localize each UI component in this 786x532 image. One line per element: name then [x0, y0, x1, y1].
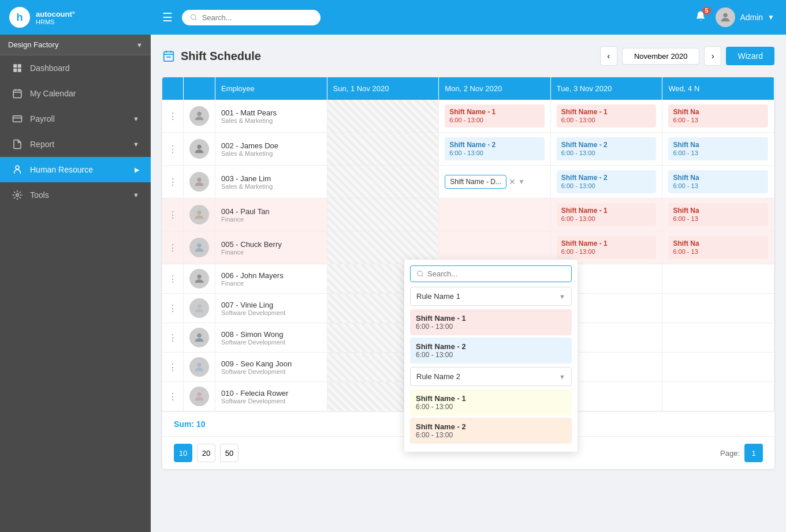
row-menu-005[interactable]: ⋮ [162, 231, 184, 264]
shift-option-r1-1[interactable]: Shift Name - 1 6:00 - 13:00 [410, 309, 572, 335]
popup-search-box [410, 265, 572, 282]
shift-dropdown-trigger[interactable]: Shift Name - D... [445, 175, 506, 189]
emp-name-009: 009 - Seo Kang Joon [221, 359, 321, 368]
cell-tue-002[interactable]: Shift Name - 26:00 - 13:00 [550, 133, 662, 166]
sidebar-item-mycalendar[interactable]: My Calendar [0, 81, 151, 106]
row-menu-001[interactable]: ⋮ [162, 100, 184, 133]
rule-1-dropdown[interactable]: Rule Name 1 ▼ [410, 287, 572, 306]
hr-icon [12, 164, 23, 175]
col-tue3: Tue, 3 Nov 2020 [550, 77, 662, 100]
cell-wed-003[interactable]: Shift Na6:00 - 13 [662, 166, 774, 198]
cell-tue-004[interactable]: Shift Name - 16:00 - 13:00 [550, 198, 662, 231]
shift-option-r1-2[interactable]: Shift Name - 2 6:00 - 13:00 [410, 338, 572, 364]
notification-button[interactable]: 5 [695, 10, 706, 25]
shift-dropdown-close[interactable]: ✕ [509, 177, 516, 186]
sidebar-item-report[interactable]: Report ▼ [0, 132, 151, 157]
popup-search-input[interactable] [427, 269, 565, 278]
row-menu-006[interactable]: ⋮ [162, 264, 184, 294]
next-month-button[interactable]: › [704, 46, 721, 66]
company-selector[interactable]: Design Factory ▼ [0, 35, 151, 55]
avatar-005 [189, 238, 209, 257]
avatar-001 [189, 106, 209, 126]
emp-dept-007: Software Development [221, 309, 321, 316]
rule-2-dropdown[interactable]: Rule Name 2 ▼ [410, 367, 572, 386]
cell-wed-001[interactable]: Shift Na6:00 - 13 [662, 100, 774, 133]
shift-option-r2-1-time: 6:00 - 13:00 [416, 403, 566, 411]
prev-month-button[interactable]: ‹ [600, 46, 617, 66]
cell-sun-003 [327, 166, 439, 198]
company-dropdown-arrow: ▼ [136, 42, 143, 48]
search-box [182, 10, 321, 25]
shift-option-r1-2-name: Shift Name - 2 [416, 342, 566, 351]
calendar-icon [12, 88, 23, 99]
cell-tue-001[interactable]: Shift Name - 16:00 - 13:00 [550, 100, 662, 133]
sidebar-item-label-tools: Tools [30, 190, 49, 200]
svg-rect-3 [18, 69, 21, 72]
svg-point-20 [197, 112, 201, 116]
user-name: Admin [740, 13, 763, 22]
row-menu-004[interactable]: ⋮ [162, 198, 184, 231]
cell-mon-005 [439, 231, 551, 264]
avatar-002 [189, 139, 209, 159]
avatar-004 [189, 205, 209, 224]
emp-name-008: 008 - Simon Wong [221, 330, 321, 339]
sidebar-item-human-resource[interactable]: Human Resource ▶ [0, 157, 151, 182]
shift-option-r2-2[interactable]: Shift Name - 2 6:00 - 13:00 [410, 418, 572, 444]
company-name: Design Factory [8, 40, 58, 49]
svg-point-21 [197, 145, 201, 149]
cell-mon-003-dropdown[interactable]: Shift Name - D... ✕ ▼ [439, 166, 551, 198]
page-size-50[interactable]: 50 [220, 444, 239, 462]
search-icon [190, 13, 198, 21]
month-nav: ‹ November 2020 › Wizard [600, 46, 774, 66]
svg-point-25 [197, 275, 201, 279]
cell-sun-005 [327, 231, 439, 264]
col-avatar [184, 77, 215, 100]
tools-arrow: ▼ [133, 192, 139, 198]
row-menu-009[interactable]: ⋮ [162, 353, 184, 382]
cell-wed-005[interactable]: Shift Na6:00 - 13 [662, 231, 774, 264]
tools-icon [12, 189, 23, 201]
payroll-arrow: ▼ [133, 115, 139, 122]
rule-1-arrow: ▼ [559, 293, 565, 300]
shift-option-r2-1[interactable]: Shift Name - 1 6:00 - 13:00 [410, 389, 572, 415]
dashboard-icon [12, 62, 23, 74]
cell-wed-004[interactable]: Shift Na6:00 - 13 [662, 198, 774, 231]
cell-mon-004 [439, 198, 551, 231]
row-menu-007[interactable]: ⋮ [162, 294, 184, 323]
svg-point-11 [16, 194, 19, 197]
svg-rect-8 [13, 116, 22, 122]
avatar-006 [189, 269, 209, 289]
sidebar-item-dashboard[interactable]: Dashboard [0, 55, 151, 81]
user-menu[interactable]: Admin ▼ [716, 8, 774, 27]
col-employee-header: Employee [215, 77, 327, 100]
search-input[interactable] [202, 13, 312, 22]
shift-dropdown-arrow-btn[interactable]: ▼ [518, 178, 525, 186]
row-menu-002[interactable]: ⋮ [162, 133, 184, 166]
report-arrow: ▼ [133, 141, 139, 148]
svg-rect-15 [164, 52, 174, 62]
menu-toggle[interactable]: ☰ [162, 10, 173, 24]
cell-mon-002[interactable]: Shift Name - 26:00 - 13:00 [439, 133, 551, 166]
row-menu-010[interactable]: ⋮ [162, 382, 184, 411]
emp-dept-008: Software Development [221, 339, 321, 346]
page-size-20[interactable]: 20 [197, 444, 215, 462]
logo-icon: h [9, 7, 30, 28]
svg-point-10 [16, 166, 19, 169]
sidebar-item-label-hr: Human Resource [30, 165, 93, 174]
cell-mon-001[interactable]: Shift Name - 16:00 - 13:00 [439, 100, 551, 133]
table-row: ⋮ 005 - Chuck BerryFinance Shift Name - … [162, 231, 774, 264]
row-menu-008[interactable]: ⋮ [162, 323, 184, 353]
shift-option-r1-2-time: 6:00 - 13:00 [416, 351, 566, 359]
svg-rect-1 [18, 64, 21, 68]
emp-name-005: 005 - Chuck Berry [221, 240, 321, 249]
shift-option-r1-1-time: 6:00 - 13:00 [416, 323, 566, 331]
row-menu-003[interactable]: ⋮ [162, 166, 184, 198]
page-size-10[interactable]: 10 [174, 444, 192, 462]
cell-wed-002[interactable]: Shift Na6:00 - 13 [662, 133, 774, 166]
wizard-button[interactable]: Wizard [726, 47, 774, 65]
sidebar-item-tools[interactable]: Tools ▼ [0, 182, 151, 208]
cell-tue-003[interactable]: Shift Name - 26:00 - 13:00 [550, 166, 662, 198]
cell-tue-005[interactable]: Shift Name - 16:00 - 13:00 [550, 231, 662, 264]
col-menu [162, 77, 184, 100]
sidebar-item-payroll[interactable]: Payroll ▼ [0, 106, 151, 132]
